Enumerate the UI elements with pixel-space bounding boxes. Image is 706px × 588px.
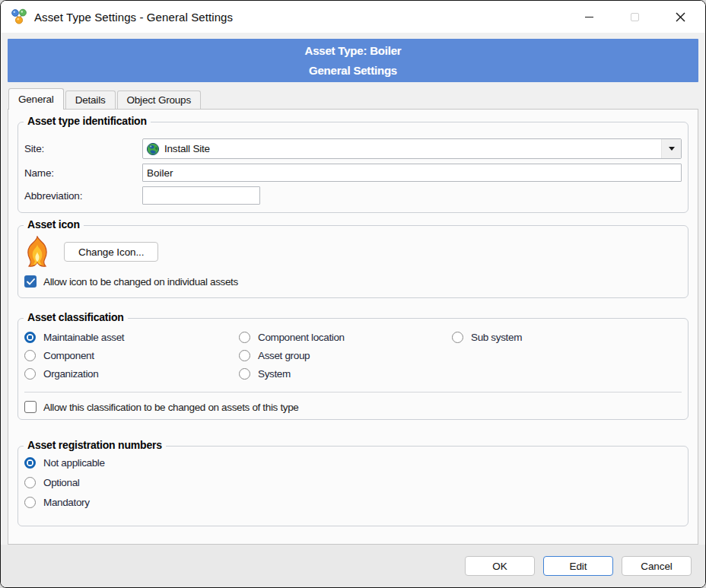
radio-icon [452,332,463,343]
radio-label: Not applicable [43,457,105,469]
radio-label: Asset group [258,350,310,361]
radio-icon [24,350,36,361]
radio-icon [239,368,250,380]
radio-optional[interactable]: Optional [24,477,682,488]
group-title: Asset registration numbers [24,439,166,451]
radio-sub-system[interactable]: Sub system [452,328,682,346]
divider [24,392,682,393]
classification-options: Maintainable asset Component Organizatio… [24,328,682,383]
radio-label: Component location [258,332,345,343]
window-controls [571,1,705,33]
site-globe-icon [146,142,160,156]
site-combobox-content: Install Site [143,142,661,156]
window-title: Asset Type Settings - General Settings [34,11,233,24]
asset-type-settings-dialog: Asset Type Settings - General Settings A… [0,0,706,588]
header-banner: Asset Type: Boiler General Settings [8,39,698,82]
general-tab-panel: Asset type identification Site: Install … [8,109,698,545]
radio-label: Mandatory [43,497,90,508]
radio-system[interactable]: System [239,364,452,383]
check-icon [27,278,35,285]
cancel-button[interactable]: Cancel [622,556,692,576]
minimize-icon [585,17,593,17]
group-asset-type-identification: Asset type identification Site: Install … [17,122,689,213]
allow-classification-change-checkbox[interactable] [24,401,37,413]
chevron-down-icon [669,147,675,151]
edit-button[interactable]: Edit [543,556,613,576]
radio-label: System [258,368,291,380]
abbreviation-input[interactable] [142,186,260,205]
app-icon [11,8,27,25]
allow-classification-change-label: Allow this classification to be changed … [43,402,299,413]
group-title: Asset type identification [24,115,151,127]
maximize-button[interactable] [617,1,652,33]
banner-subtitle: General Settings [309,64,397,77]
group-title: Asset icon [24,218,84,230]
allow-icon-change-label: Allow icon to be changed on individual a… [43,276,238,288]
radio-icon [24,497,36,508]
tab-details[interactable]: Details [65,91,116,109]
site-value: Install Site [164,143,210,154]
radio-label: Optional [43,477,79,488]
group-asset-registration-numbers: Asset registration numbers Not applicabl… [17,446,689,526]
group-asset-classification: Asset classification Maintainable asset … [17,318,689,420]
site-combobox[interactable]: Install Site [142,138,682,159]
dialog-footer: OK Edit Cancel [1,545,705,587]
name-input[interactable] [142,164,682,182]
radio-icon [24,477,36,488]
radio-component-location[interactable]: Component location [239,328,452,346]
tab-object-groups[interactable]: Object Groups [117,91,201,109]
close-icon [676,12,685,22]
site-dropdown-button[interactable] [661,139,681,158]
radio-mandatory[interactable]: Mandatory [24,497,682,508]
allow-icon-change-checkbox[interactable] [24,275,37,288]
name-label: Name: [24,167,142,179]
radio-organization[interactable]: Organization [24,364,239,383]
radio-component[interactable]: Component [24,346,239,364]
radio-label: Component [43,350,94,361]
radio-icon [239,332,250,343]
banner-asset-type: Asset Type: Boiler [305,44,402,57]
change-icon-button[interactable]: Change Icon... [64,242,158,262]
minimize-button[interactable] [571,1,606,33]
radio-not-applicable[interactable]: Not applicable [24,457,682,469]
radio-icon [24,457,36,469]
radio-icon [24,368,36,380]
radio-asset-group[interactable]: Asset group [239,346,452,364]
radio-label: Maintainable asset [43,332,124,343]
ok-button[interactable]: OK [465,556,535,576]
flame-icon [24,236,50,268]
radio-icon [239,350,250,361]
radio-icon [24,332,36,343]
group-asset-icon: Asset icon Change Icon... Allow icon to … [17,225,689,298]
tab-general[interactable]: General [8,88,64,110]
group-title: Asset classification [24,311,128,323]
radio-label: Sub system [471,332,522,343]
maximize-icon [631,13,639,21]
site-label: Site: [24,143,142,154]
registration-options: Not applicable Optional Mandatory [24,457,682,508]
title-bar: Asset Type Settings - General Settings [1,1,705,33]
radio-maintainable-asset[interactable]: Maintainable asset [24,328,239,346]
tab-strip: General Details Object Groups [1,82,705,109]
abbreviation-label: Abbreviation: [24,190,142,202]
radio-label: Organization [43,368,98,380]
close-button[interactable] [663,1,698,33]
